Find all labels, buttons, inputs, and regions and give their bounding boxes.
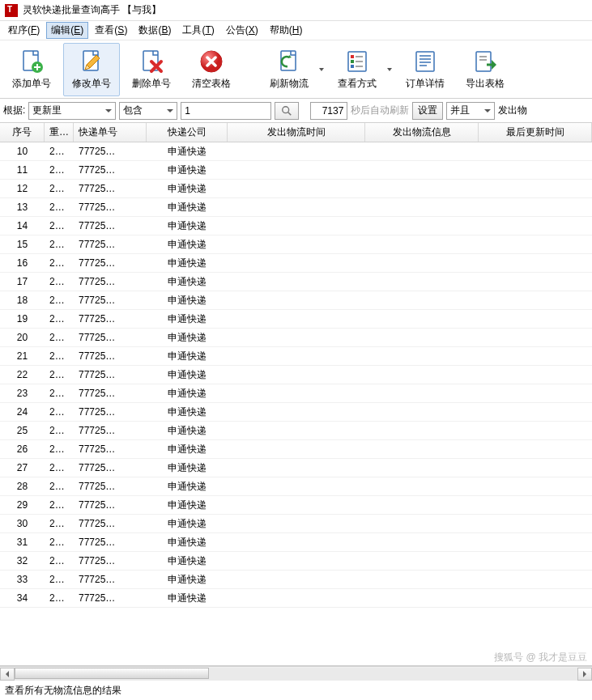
column-header[interactable]: 快递公司 [147, 123, 228, 142]
cell [365, 254, 479, 272]
cell [228, 403, 365, 421]
count-input[interactable] [310, 102, 347, 120]
cell: 申通快递 [147, 477, 228, 495]
table-row[interactable]: 202…77725…申通快递 [0, 329, 592, 347]
table-row[interactable]: 272…77725…申通快递 [0, 459, 592, 477]
cell: 77725… [74, 217, 147, 235]
scroll-track[interactable] [15, 668, 577, 681]
cell [365, 329, 479, 346]
table-row[interactable]: 212…77725…申通快递 [0, 347, 592, 366]
cell [479, 477, 592, 495]
column-header[interactable]: 序号 [0, 123, 45, 142]
cell: 申通快递 [147, 142, 228, 160]
table-row[interactable]: 342…77725…申通快递 [0, 589, 592, 608]
cell [228, 235, 365, 253]
table-row[interactable]: 292…77725…申通快递 [0, 496, 592, 515]
cell [228, 496, 365, 514]
table-row[interactable]: 102…77725…申通快递 [0, 142, 592, 161]
table-row[interactable]: 122…77725…申通快递 [0, 180, 592, 198]
menu-t[interactable]: 工具(T) [177, 22, 219, 39]
table-row[interactable]: 242…77725…申通快递 [0, 403, 592, 422]
table-body[interactable]: 102…77725…申通快递112…77725…申通快递122…77725…申通… [0, 142, 592, 608]
table-row[interactable]: 132…77725…申通快递 [0, 198, 592, 217]
viewmode-button[interactable]: 查看方式 [329, 43, 385, 96]
detail-button[interactable]: 订单详情 [397, 43, 454, 96]
cell: 34 [0, 589, 45, 607]
cell [479, 366, 592, 384]
cell: 17 [0, 273, 45, 291]
value-input[interactable] [181, 102, 271, 120]
table-row[interactable]: 322…77725…申通快递 [0, 552, 592, 571]
viewmode-dropdown[interactable] [385, 43, 394, 96]
table-row[interactable]: 142…77725…申通快递 [0, 217, 592, 235]
cell [228, 217, 365, 235]
cell [479, 254, 592, 272]
cell [228, 161, 365, 179]
checklist-icon [344, 49, 370, 74]
cell [365, 235, 479, 253]
menu-s[interactable]: 查看(S) [90, 22, 132, 39]
cell: 2… [45, 273, 74, 291]
column-header[interactable]: 重… [45, 123, 74, 142]
table-row[interactable]: 262…77725…申通快递 [0, 440, 592, 459]
table-row[interactable]: 182…77725…申通快递 [0, 291, 592, 310]
table-row[interactable]: 302…77725…申通快递 [0, 515, 592, 533]
delete-button[interactable]: 删除单号 [123, 43, 180, 96]
svg-point-22 [283, 106, 289, 112]
operator-combo[interactable]: 包含 [119, 102, 177, 120]
menu-f[interactable]: 程序(F) [3, 22, 45, 39]
menu-b[interactable]: 数据(B) [134, 22, 176, 39]
cell: 2… [45, 459, 74, 477]
refresh-button[interactable]: 刷新物流 [261, 43, 317, 96]
scroll-thumb[interactable] [15, 668, 209, 679]
cell: 24 [0, 403, 45, 421]
scroll-left-button[interactable] [0, 668, 15, 681]
cell: 77725… [74, 440, 147, 458]
clear-button[interactable]: 清空表格 [183, 43, 240, 96]
document-x-icon [138, 49, 164, 74]
table-row[interactable]: 112…77725…申通快递 [0, 161, 592, 180]
close-circle-icon [198, 49, 224, 74]
menu-e[interactable]: 编辑(E) [46, 22, 88, 39]
menu-x[interactable]: 公告(X) [221, 22, 263, 39]
cell [479, 161, 592, 179]
table-row[interactable]: 162…77725…申通快递 [0, 254, 592, 273]
table-row[interactable]: 222…77725…申通快递 [0, 366, 592, 384]
table-row[interactable]: 312…77725…申通快递 [0, 533, 592, 552]
settings-button[interactable]: 设置 [412, 102, 443, 120]
menu-h[interactable]: 帮助(H) [265, 22, 308, 39]
table-row[interactable]: 152…77725…申通快递 [0, 235, 592, 254]
edit-button[interactable]: 修改单号 [63, 43, 120, 96]
scroll-right-button[interactable] [577, 668, 592, 681]
svg-rect-8 [351, 55, 354, 58]
column-header[interactable]: 发出物流时间 [228, 123, 365, 142]
table-row[interactable]: 332…77725…申通快递 [0, 571, 592, 589]
column-header[interactable]: 快递单号 [74, 123, 147, 142]
column-header[interactable]: 发出物流信息 [365, 123, 479, 142]
export-button[interactable]: 导出表格 [457, 43, 513, 96]
cell [365, 403, 479, 421]
cell: 30 [0, 515, 45, 532]
cell: 申通快递 [147, 235, 228, 253]
table-row[interactable]: 252…77725…申通快递 [0, 422, 592, 440]
title-bar: 灵软快递批量查询高手 【与我】 [0, 0, 592, 21]
cell: 2… [45, 329, 74, 346]
table-row[interactable]: 282…77725…申通快递 [0, 477, 592, 496]
column-header[interactable]: 最后更新时间 [479, 123, 592, 142]
table-row[interactable]: 192…77725…申通快递 [0, 310, 592, 329]
basis-label: 根据: [3, 104, 25, 117]
basis-combo[interactable]: 更新里 [28, 102, 116, 120]
horizontal-scrollbar[interactable] [0, 666, 592, 681]
table-row[interactable]: 172…77725…申通快递 [0, 273, 592, 291]
add-button[interactable]: 添加单号 [3, 43, 60, 96]
search-button[interactable] [275, 102, 299, 120]
cell [479, 291, 592, 309]
cell: 2… [45, 217, 74, 235]
cell: 77725… [74, 422, 147, 439]
logic-combo[interactable]: 并且 [446, 102, 495, 120]
refresh-dropdown[interactable] [317, 43, 326, 96]
svg-rect-9 [351, 60, 354, 63]
cell: 2… [45, 347, 74, 365]
table-row[interactable]: 232…77725…申通快递 [0, 384, 592, 403]
cell: 申通快递 [147, 515, 228, 532]
